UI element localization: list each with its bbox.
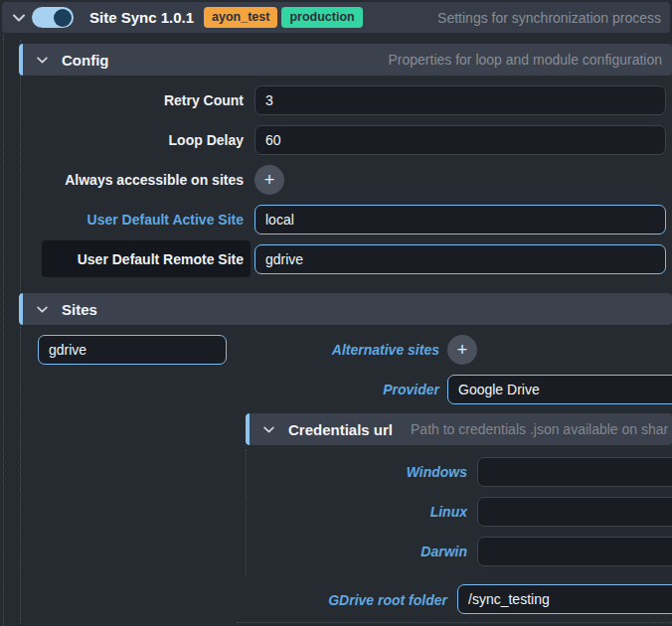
credentials-linux-input[interactable] [477, 497, 672, 527]
retry-count-input[interactable] [254, 85, 666, 115]
loop-delay-input[interactable] [254, 125, 666, 155]
addon-title: Site Sync 1.0.1 [89, 9, 194, 26]
retry-count-label: Retry Count [0, 85, 244, 115]
active-site-label: User Default Active Site [0, 205, 244, 235]
sites-section-title: Sites [62, 301, 97, 318]
add-alternative-site-button[interactable]: + [447, 335, 477, 365]
credentials-linux-label: Linux [278, 497, 467, 527]
sites-section-header[interactable]: Sites [19, 293, 672, 325]
gdrive-root-folder-input[interactable] [457, 584, 672, 614]
credentials-windows-label: Windows [278, 457, 467, 487]
addon-description: Settings for synchronization process [437, 10, 661, 26]
active-site-input[interactable] [254, 205, 666, 235]
remote-site-input[interactable] [254, 244, 666, 274]
loop-delay-label: Loop Delay [0, 125, 244, 155]
indent-guide-bottom [237, 622, 672, 623]
site-sync-settings-page: Site Sync 1.0.1 ayon_test production Set… [0, 0, 672, 626]
config-section-title: Config [62, 52, 108, 69]
alternative-sites-label: Alternative sites [249, 335, 439, 365]
indent-guide-credentials [246, 449, 247, 576]
chevron-down-icon[interactable] [11, 14, 27, 22]
credentials-darwin-input[interactable] [477, 537, 672, 566]
indent-guide-addon [3, 35, 4, 626]
credentials-section-header[interactable]: Credentials url Path to credentials .jso… [246, 413, 672, 445]
credentials-darwin-label: Darwin [278, 537, 467, 566]
chevron-down-icon[interactable] [261, 426, 275, 433]
bundle-badge: ayon_test [204, 7, 277, 28]
variant-badge: production [281, 7, 362, 28]
addon-header-bar[interactable]: Site Sync 1.0.1 ayon_test production Set… [2, 2, 670, 33]
gdrive-root-folder-label: GDrive root folder [258, 585, 447, 615]
remote-site-label: User Default Remote Site [0, 244, 244, 274]
provider-select[interactable] [447, 375, 672, 404]
config-section-header[interactable]: Config Properties for loop and module co… [19, 44, 672, 76]
always-accessible-label: Always accessible on sites [0, 165, 244, 195]
add-site-button[interactable]: + [254, 165, 284, 195]
credentials-section-title: Credentials url [288, 421, 393, 438]
credentials-section-description: Path to credentials .json available on s… [411, 421, 668, 437]
site-name-input[interactable] [38, 335, 227, 365]
badge-group: ayon_test production [204, 7, 363, 28]
config-section-description: Properties for loop and module configura… [388, 52, 662, 68]
chevron-down-icon[interactable] [35, 306, 49, 313]
addon-enabled-toggle[interactable] [32, 7, 74, 28]
provider-label: Provider [249, 375, 439, 404]
chevron-down-icon[interactable] [35, 57, 49, 64]
toggle-knob [54, 9, 72, 27]
credentials-windows-input[interactable] [477, 457, 672, 487]
